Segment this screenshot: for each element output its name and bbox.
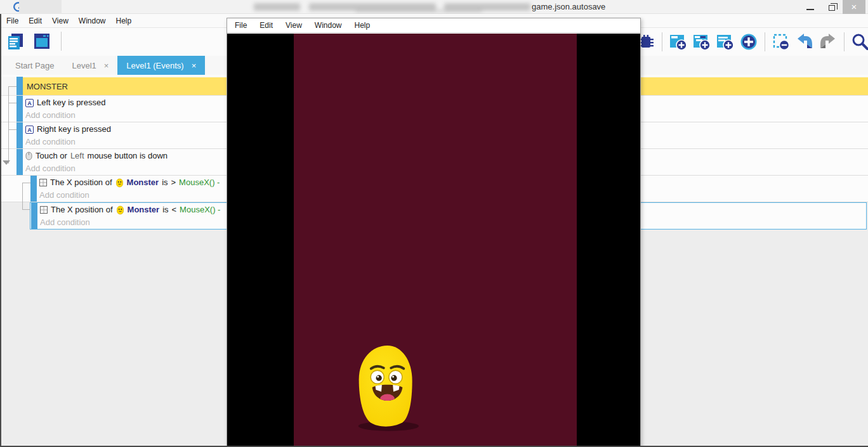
toolbar-separator xyxy=(844,32,845,51)
event-color-bar xyxy=(31,203,37,229)
toolbar-separator xyxy=(765,32,765,51)
preview-menu-edit[interactable]: Edit xyxy=(260,21,273,30)
collapse-arrow-icon[interactable] xyxy=(3,160,10,165)
tab-close-icon[interactable]: × xyxy=(104,61,109,70)
event-color-bar xyxy=(16,122,23,148)
restore-button[interactable] xyxy=(821,0,843,14)
condition-text: The X position of xyxy=(51,203,113,217)
menu-file[interactable]: File xyxy=(5,16,25,25)
condition-text: Left key is pressed xyxy=(37,96,105,110)
event-color-bar xyxy=(30,176,37,202)
mouse-icon xyxy=(25,152,32,160)
undo-icon[interactable] xyxy=(794,32,815,52)
preview-menu-view[interactable]: View xyxy=(286,21,302,30)
events-sheet-icon[interactable] xyxy=(5,31,25,51)
event-color-bar xyxy=(16,149,23,175)
monster-object-icon xyxy=(116,205,124,215)
redacted-region xyxy=(19,0,62,14)
condition-param: Left xyxy=(70,149,84,163)
event-color-bar xyxy=(16,96,23,122)
tree-line xyxy=(22,209,30,210)
monster-object-icon xyxy=(115,178,124,188)
minimize-icon xyxy=(806,9,814,10)
svg-text:A: A xyxy=(27,100,32,106)
search-icon[interactable] xyxy=(850,32,868,52)
menu-view[interactable]: View xyxy=(51,16,75,25)
monster-sprite xyxy=(354,339,421,434)
tree-line xyxy=(8,86,16,87)
event-group-label: MONSTER xyxy=(27,82,68,91)
preview-menu-help[interactable]: Help xyxy=(355,21,371,30)
restore-icon xyxy=(829,5,835,11)
condition-text: The X position of xyxy=(50,176,112,190)
object-name: Monster xyxy=(128,203,160,217)
close-button[interactable]: × xyxy=(843,0,865,14)
position-icon xyxy=(39,179,47,186)
condition-operator: > xyxy=(171,176,176,190)
tab-level1-events[interactable]: Level1 (Events) × xyxy=(117,56,205,75)
game-canvas[interactable] xyxy=(227,34,640,446)
condition-expression: MouseX() - xyxy=(180,203,220,217)
condition-expression: MouseX() - xyxy=(179,176,220,190)
add-event-icon[interactable] xyxy=(668,32,688,52)
object-name: Monster xyxy=(127,176,159,190)
tab-label: Start Page xyxy=(15,61,54,70)
condition-text: Right key is pressed xyxy=(37,122,111,136)
redacted-title-text xyxy=(254,3,300,11)
menu-window[interactable]: Window xyxy=(77,16,112,25)
tab-start-page[interactable]: Start Page xyxy=(6,56,63,75)
svg-text:A: A xyxy=(27,126,32,133)
condition-text: mouse button is down xyxy=(88,149,168,163)
tab-close-icon[interactable]: × xyxy=(192,61,197,70)
condition-operator: < xyxy=(172,203,177,217)
tab-label: Level1 (Events) xyxy=(126,61,183,70)
add-circle-icon[interactable] xyxy=(739,32,759,52)
menu-edit[interactable]: Edit xyxy=(27,16,48,25)
preview-menu-window[interactable]: Window xyxy=(315,21,342,30)
window-frame-edge xyxy=(0,14,1,447)
condition-text: Touch or xyxy=(36,149,67,163)
condition-text: is xyxy=(162,176,168,190)
tree-line xyxy=(8,86,9,164)
preview-menu-bar: File Edit View Window Help xyxy=(227,18,640,33)
window-title: game.json.autosave xyxy=(532,2,605,11)
toolbar-separator xyxy=(61,32,62,51)
scene-window-icon[interactable] xyxy=(32,31,52,51)
redacted-title-text xyxy=(355,9,482,13)
redo-icon[interactable] xyxy=(818,32,838,52)
tab-label: Level1 xyxy=(72,61,96,70)
game-scene-background xyxy=(294,34,577,446)
add-comment-icon[interactable] xyxy=(715,32,735,52)
game-preview-window: File Edit View Window Help xyxy=(227,18,641,447)
event-color-bar xyxy=(16,77,23,95)
keyboard-key-icon: A xyxy=(25,126,34,134)
preview-menu-file[interactable]: File xyxy=(235,21,247,30)
minimize-button[interactable] xyxy=(799,0,821,14)
add-subevent-icon[interactable] xyxy=(692,32,712,52)
tree-line xyxy=(22,183,30,183)
delete-event-icon[interactable] xyxy=(771,32,791,52)
condition-text: is xyxy=(162,203,168,217)
title-bar: game.json.autosave × xyxy=(0,0,868,14)
tree-line xyxy=(8,129,16,130)
toolbar-separator xyxy=(662,32,662,51)
tree-line xyxy=(8,103,16,103)
tab-level1[interactable]: Level1 × xyxy=(63,56,117,75)
position-icon xyxy=(40,206,48,214)
tree-line xyxy=(22,183,23,210)
keyboard-key-icon: A xyxy=(25,99,34,107)
menu-help[interactable]: Help xyxy=(115,16,138,25)
